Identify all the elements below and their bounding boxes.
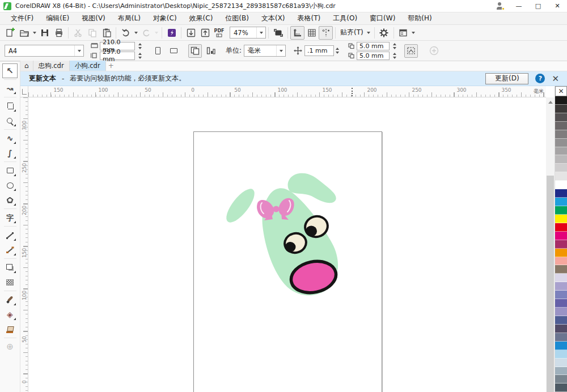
rulers-toggle-button[interactable] [290,26,304,40]
duplicate-y-field[interactable]: 5.0 mm [357,52,390,60]
color-swatch-6[interactable] [555,147,567,156]
color-swatch-12[interactable] [555,198,567,206]
color-swatch-21[interactable] [555,274,567,282]
dog-artwork[interactable] [28,97,546,392]
current-page-button[interactable] [204,44,218,58]
vertical-scrollbar[interactable] [546,97,555,392]
fullscreen-preview-button[interactable] [271,26,285,40]
page-size-preset-caret[interactable] [74,45,83,56]
color-swatch-9[interactable] [555,172,567,181]
pick-tool[interactable]: ↖ [2,63,18,78]
print-button[interactable] [52,26,66,40]
color-swatch-4[interactable] [555,130,567,139]
color-swatch-28[interactable] [555,333,567,342]
color-swatch-22[interactable] [555,282,567,291]
options-button[interactable] [377,26,391,40]
export-button[interactable] [198,26,212,40]
color-swatch-13[interactable] [555,206,567,215]
page-height-field[interactable]: 297.0 mm [100,52,135,60]
color-swatch-19[interactable] [555,257,567,266]
color-swatch-3[interactable] [555,122,567,130]
new-tab-button[interactable]: + [106,61,116,71]
ruler-origin-corner[interactable] [20,86,28,97]
color-swatch-20[interactable] [555,265,567,274]
freehand-tool[interactable]: ∿ [2,131,18,146]
connector-tool[interactable] [2,242,18,257]
nudge-stepper[interactable] [336,48,339,54]
color-swatch-26[interactable] [555,316,567,325]
paste-button[interactable] [99,26,113,40]
open-dropdown-caret[interactable] [31,26,37,40]
color-swatch-7[interactable] [555,155,567,164]
crop-tool[interactable] [2,99,18,113]
color-swatch-5[interactable] [555,139,567,147]
open-button[interactable] [17,26,31,40]
color-swatch-30[interactable] [555,350,567,359]
zoom-level-combobox[interactable]: 47% [230,27,266,39]
color-swatch-32[interactable] [555,367,567,376]
text-tool[interactable]: 字 [2,210,18,225]
all-pages-button[interactable] [188,44,202,58]
color-swatch-27[interactable] [555,325,567,333]
dimension-tool[interactable] [2,228,18,242]
welcome-home-tab[interactable]: ⌂ [20,61,33,71]
account-button[interactable] [490,0,509,12]
no-color-swatch[interactable]: ✕ [555,86,567,96]
update-button[interactable]: 更新(D) [485,73,528,84]
portrait-button[interactable] [151,44,164,58]
drop-shadow-tool[interactable] [2,260,18,275]
polygon-tool[interactable] [2,193,18,207]
color-swatch-15[interactable] [555,223,567,232]
scrollbar-thumb[interactable] [547,176,554,392]
eyedropper-tool[interactable] [2,292,18,307]
color-swatch-24[interactable] [555,299,567,308]
menu-item-view[interactable]: 视图(V) [75,12,112,24]
menu-item-text[interactable]: 文本(X) [255,12,291,24]
rectangle-tool[interactable] [2,163,18,178]
units-caret[interactable] [276,45,285,56]
page-width-stepper[interactable] [138,43,142,49]
close-button[interactable]: ✕ [548,0,567,12]
color-swatch-31[interactable] [555,359,567,367]
vertical-ruler[interactable]: 300250200150100500 [20,97,28,392]
transparency-tool[interactable] [2,275,18,289]
color-swatch-16[interactable] [555,232,567,240]
color-swatch-25[interactable] [555,308,567,316]
save-button[interactable] [37,26,52,40]
menu-item-window[interactable]: 窗口(W) [363,12,401,24]
window-launcher-caret[interactable] [411,26,417,40]
import-button[interactable] [184,26,198,40]
duplicate-x-field[interactable]: 5.0 mm [357,42,390,50]
menu-item-effects[interactable]: 效果(C) [183,12,219,24]
dog-left-ear[interactable] [222,185,259,227]
snap-to-dropdown[interactable]: 贴齐(T) [338,26,366,40]
guidelines-toggle-button[interactable] [319,26,333,40]
color-swatch-17[interactable] [555,240,567,249]
minimize-button[interactable]: — [509,0,528,12]
treat-as-filled-button[interactable] [404,44,418,58]
menu-item-help[interactable]: 帮助(H) [401,12,438,24]
duplicate-x-stepper[interactable] [393,43,396,49]
color-swatch-34[interactable] [555,384,567,392]
zoom-level-caret[interactable] [256,27,265,38]
drawing-canvas[interactable] [28,97,546,392]
duplicate-y-stepper[interactable] [393,53,396,59]
landscape-button[interactable] [167,44,180,58]
smart-fill-tool[interactable] [2,322,18,336]
color-swatch-0[interactable] [555,96,567,105]
color-swatch-8[interactable] [555,164,567,172]
undo-dropdown-caret[interactable] [133,26,139,40]
app-launcher-button[interactable] [164,26,179,40]
units-combobox[interactable]: 毫米 [244,45,286,57]
page-height-stepper[interactable] [138,53,142,59]
add-tools-button[interactable]: ⊕ [2,339,18,354]
menu-item-object[interactable]: 对象(C) [147,12,183,24]
color-swatch-18[interactable] [555,249,567,257]
menu-item-edit[interactable]: 编辑(E) [40,12,75,24]
color-swatch-23[interactable] [555,291,567,299]
color-swatch-10[interactable] [555,181,567,189]
menu-item-layout[interactable]: 布局(L) [112,12,147,24]
snap-to-caret[interactable] [366,26,372,40]
color-swatch-33[interactable] [555,375,567,384]
menu-item-file[interactable]: 文件(F) [5,12,40,24]
